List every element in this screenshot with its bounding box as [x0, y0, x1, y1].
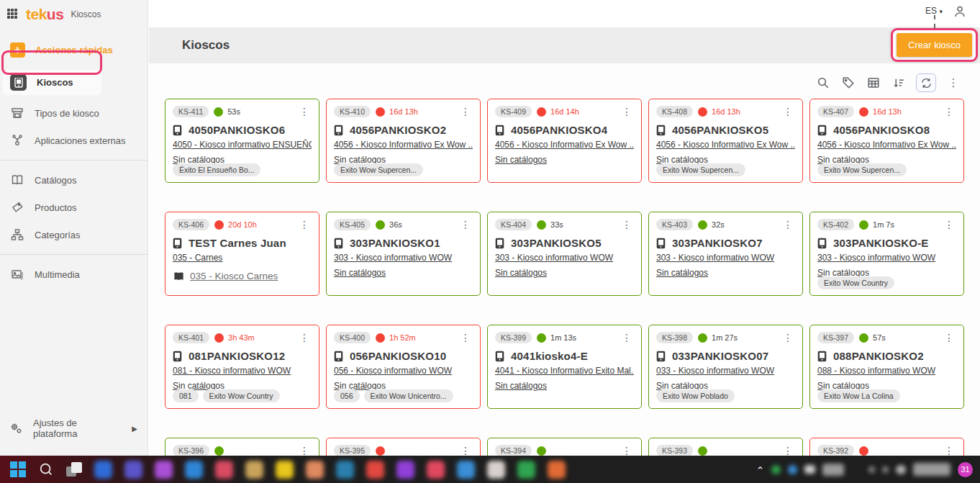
card-menu-button[interactable]: ⋮ [942, 445, 956, 456]
card-menu-button[interactable]: ⋮ [620, 219, 634, 230]
tray-icon[interactable] [788, 465, 797, 474]
kiosk-type-link[interactable]: 303 - Kiosco informativo WOW [817, 253, 956, 263]
kiosk-card[interactable]: KS-403 32s ⋮ 303PANKIOSKO7 303 - Kiosco … [648, 212, 803, 296]
sidebar-item-aplicaciones-externas[interactable]: Aplicaciones externas [0, 127, 148, 154]
tray-icon[interactable] [771, 465, 781, 474]
tray-icon[interactable] [896, 465, 906, 474]
refresh-icon[interactable] [916, 73, 936, 92]
sidebar-item-catalogos[interactable]: Catálogos [0, 166, 148, 194]
kiosk-type-link[interactable]: 056 - Kiosco informativo WOW [334, 366, 473, 376]
kiosk-card[interactable]: KS-396 ⋮ [165, 438, 319, 456]
kiosk-card[interactable]: KS-407 16d 13h ⋮ 4056PANKIOSKO8 4056 - K… [809, 99, 964, 183]
kiosk-card[interactable]: KS-395 ⋮ [326, 438, 481, 456]
sidebar-item-multimedia[interactable]: Multimedia [0, 261, 148, 288]
kiosk-type-link[interactable]: 4056 - Kiosco Informativo Ex Wow ... [334, 140, 473, 150]
taskbar-app-icon[interactable] [517, 461, 535, 479]
kiosk-card[interactable]: KS-394 ⋮ [487, 438, 642, 456]
kiosk-card[interactable]: KS-392 ⋮ [809, 438, 964, 456]
card-menu-button[interactable]: ⋮ [458, 219, 473, 230]
kiosk-type-link[interactable]: 4050 - Kiosco informativo ENSUEÑO [173, 140, 312, 150]
catalog-link[interactable]: Sin catálogos [495, 155, 547, 165]
search-icon[interactable] [815, 75, 831, 91]
kiosk-type-link[interactable]: 035 - Carnes [173, 253, 312, 263]
tags-filter-icon[interactable] [840, 75, 856, 91]
sidebar-item-ajustes-plataforma[interactable]: Ajustes de plataforma ▶ [0, 411, 148, 446]
sidebar-item-categorias[interactable]: Categorías [0, 221, 148, 248]
card-menu-button[interactable]: ⋮ [781, 219, 795, 230]
kiosk-type-link[interactable]: 4056 - Kiosco Informativo Ex Wow ... [656, 140, 795, 150]
card-menu-button[interactable]: ⋮ [458, 332, 473, 343]
user-account-icon[interactable] [953, 4, 967, 19]
sidebar-item-kioscos[interactable]: Kioscos [3, 70, 101, 95]
card-menu-button[interactable]: ⋮ [942, 106, 956, 117]
card-menu-button[interactable]: ⋮ [781, 332, 795, 343]
taskbar-app-icon[interactable] [276, 461, 294, 479]
taskbar-app-icon[interactable] [396, 461, 414, 479]
kiosk-type-link[interactable]: 033 - Kiosco informativo WOW [656, 366, 795, 376]
catalog-link[interactable]: Sin catálogos [495, 268, 547, 278]
kiosk-card[interactable]: KS-399 1m 13s ⋮ 4041kiosko4-E 4041 - Kio… [487, 325, 642, 409]
tray-icon[interactable] [882, 466, 889, 473]
catalog-link[interactable]: Sin catálogos [656, 268, 708, 278]
language-selector[interactable]: ES ▾ [925, 6, 943, 16]
kiosk-type-link[interactable]: 088 - Kiosco informativo WOW [817, 366, 956, 376]
taskbar-app-icon[interactable] [124, 461, 142, 479]
kiosk-card[interactable]: KS-404 33s ⋮ 303PANKIOSKO5 303 - Kiosco … [487, 212, 642, 296]
create-kiosk-button[interactable]: Crear kiosco [897, 33, 972, 57]
kiosk-card[interactable]: KS-401 3h 43m ⋮ 081PANKIOSKO12 081 - Kio… [165, 325, 319, 409]
taskbar-app-icon[interactable] [306, 461, 324, 479]
tray-chevron-up-icon[interactable]: ⌃ [756, 465, 764, 476]
kiosk-type-link[interactable]: 081 - Kiosco informativo WOW [173, 366, 312, 376]
kiosk-type-link[interactable]: 4056 - Kiosco Informativo Ex Wow ... [817, 140, 956, 150]
task-view-icon[interactable] [66, 462, 82, 477]
card-menu-button[interactable]: ⋮ [297, 332, 312, 343]
kiosk-card[interactable]: KS-397 57s ⋮ 088PANKIOSKO2 088 - Kiosco … [809, 325, 964, 409]
taskbar-app-icon[interactable] [487, 461, 505, 479]
card-menu-button[interactable]: ⋮ [942, 332, 956, 343]
card-menu-button[interactable]: ⋮ [297, 219, 312, 230]
kiosk-card[interactable]: KS-406 20d 10h ⋮ TEST Carnes Juan 035 - … [165, 212, 319, 296]
kiosk-type-link[interactable]: 4056 - Kiosco Informativo Ex Wow ... [495, 140, 634, 150]
catalog-link[interactable]: Sin catálogos [495, 381, 547, 391]
kiosk-card[interactable]: KS-410 16d 13h ⋮ 4056PANKIOSKO2 4056 - K… [326, 99, 481, 183]
taskbar-app-icon[interactable] [215, 461, 233, 479]
sidebar-item-acciones-rapidas[interactable]: + Acciones rápidas [0, 36, 148, 64]
card-menu-button[interactable]: ⋮ [297, 445, 312, 456]
notification-count-badge[interactable]: 31 [958, 462, 973, 477]
kiosk-card[interactable]: KS-405 36s ⋮ 303PANKIOSKO1 303 - Kiosco … [326, 212, 481, 296]
tray-clock-area[interactable] [822, 464, 844, 476]
card-menu-button[interactable]: ⋮ [297, 106, 312, 117]
kiosk-type-link[interactable]: 4041 - Kiosco Informativo Exito Mal... [495, 366, 634, 376]
kiosk-card[interactable]: KS-402 1m 7s ⋮ 303PANKIOSKO-E 303 - Kios… [809, 212, 964, 296]
taskbar-app-icon[interactable] [94, 461, 112, 479]
kiosk-card[interactable]: KS-408 16d 13h ⋮ 4056PANKIOSKO5 4056 - K… [648, 99, 803, 183]
tekus-logo[interactable]: tekus [26, 6, 63, 23]
kiosk-type-link[interactable]: 303 - Kiosco informativo WOW [334, 253, 473, 263]
kiosk-card[interactable]: KS-411 53s ⋮ 4050PANKIOSKO6 4050 - Kiosc… [165, 99, 319, 183]
kiosk-type-link[interactable]: 303 - Kiosco informativo WOW [656, 253, 795, 263]
tray-datetime-area[interactable] [913, 463, 950, 476]
taskbar-app-icon[interactable] [366, 461, 384, 479]
card-menu-button[interactable]: ⋮ [620, 445, 634, 456]
start-button-icon[interactable] [10, 461, 26, 477]
card-menu-button[interactable]: ⋮ [620, 332, 634, 343]
kiosk-card[interactable]: KS-400 1h 52m ⋮ 056PANKIOSKO10 056 - Kio… [326, 325, 481, 409]
more-options-icon[interactable]: ⋮ [945, 75, 961, 91]
taskbar-app-icon[interactable] [185, 461, 203, 479]
taskbar-app-icon[interactable] [155, 461, 173, 479]
taskbar-app-icon[interactable] [427, 461, 445, 479]
taskbar-app-icon[interactable] [336, 461, 354, 479]
sidebar-item-productos[interactable]: Productos [0, 194, 148, 221]
kiosk-type-link[interactable]: 303 - Kiosco informativo WOW [495, 253, 634, 263]
taskbar-app-icon[interactable] [457, 461, 475, 479]
tray-icon[interactable] [804, 465, 815, 474]
card-menu-button[interactable]: ⋮ [942, 219, 956, 230]
kiosk-card[interactable]: KS-393 ⋮ [648, 438, 803, 456]
taskbar-app-icon[interactable] [548, 461, 566, 479]
card-menu-button[interactable]: ⋮ [458, 445, 473, 456]
catalog-link[interactable]: 035 - Kiosco Carnes [190, 271, 278, 281]
taskbar-app-icon[interactable] [245, 461, 263, 479]
card-menu-button[interactable]: ⋮ [620, 106, 634, 117]
card-menu-button[interactable]: ⋮ [781, 445, 795, 456]
tray-icon[interactable] [868, 466, 875, 473]
